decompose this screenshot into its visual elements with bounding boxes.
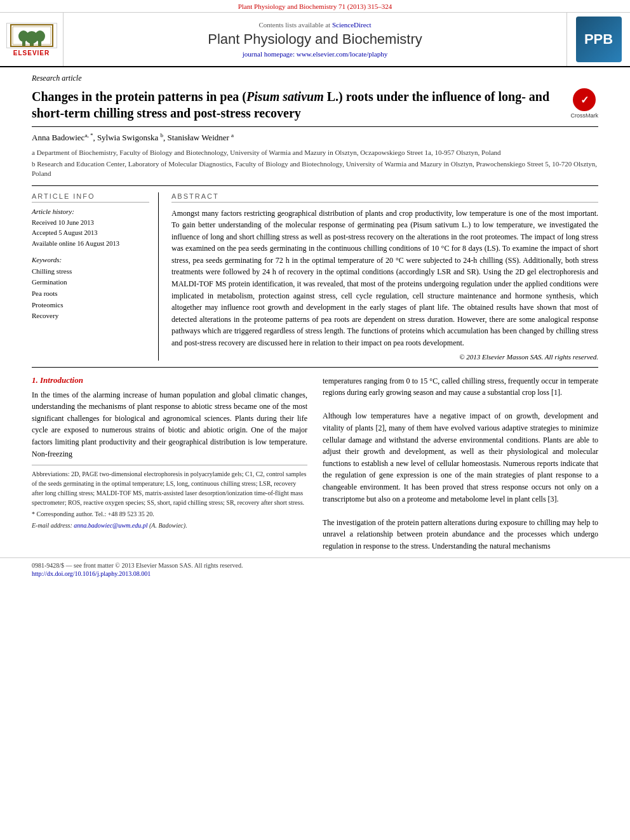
article-body: ARTICLE INFO Article history: Received 1… [32,186,598,368]
author1-sup: a, * [84,132,93,138]
intro-paragraph-1: In the times of the alarming increase of… [32,389,307,460]
title-part1: Changes in the protein patterns in pea ( [32,90,246,103]
crossmark-icon: ✓ [573,88,596,111]
elsevier-logo: ELSEVIER [6,23,57,57]
ppb-logo-area: PPB [566,13,630,66]
keyword-2: Germination [32,277,149,288]
abstract-copyright: © 2013 Elsevier Masson SAS. All rights r… [171,353,598,361]
article-history-label: Article history: [32,208,149,215]
article-title: Changes in the protein patterns in pea (… [32,88,564,121]
footer-doi: http://dx.doi.org/10.1016/j.plaphy.2013.… [32,570,598,577]
journal-title-area: Contents lists available at ScienceDirec… [64,13,566,66]
authors-line: Anna Badowieca, *, Sylwia Swigonska b, S… [32,132,598,143]
abbreviations-footnote: Abbreviations: 2D, PAGE two-dimensional … [32,469,307,507]
elsevier-tree-icon [6,23,57,48]
crossmark-label: CrossMark [570,112,598,119]
email-footnote: E-mail address: anna.badowiec@uwm.edu.pl… [32,521,307,530]
section-number: 1. [32,375,38,385]
keywords-label: Keywords: [32,256,149,263]
author3-sup: a [231,132,234,138]
abstract-text: Amongst many factors restricting geograp… [171,208,598,349]
intro-right-text: temperatures ranging from 0 to 15 °C, ca… [323,375,598,552]
corresponding-author-note: * Corresponding author. Tel.: +48 89 523… [32,509,307,519]
accepted-date: Accepted 5 August 2013 [32,228,149,239]
elsevier-logo-area: ELSEVIER [0,13,64,66]
authors-section: Anna Badowieca, *, Sylwia Swigonska b, S… [32,127,598,148]
keyword-1: Chilling stress [32,266,149,277]
article-info-title: ARTICLE INFO [32,192,149,203]
title-italic: Pisum sativum [246,90,324,103]
email-link[interactable]: anna.badowiec@uwm.edu.pl [74,522,147,529]
keyword-5: Recovery [32,310,149,322]
intro-right-column: temperatures ranging from 0 to 15 °C, ca… [323,375,598,557]
footer-issn: 0981-9428/$ — see front matter © 2013 El… [32,562,598,569]
page-footer: 0981-9428/$ — see front matter © 2013 El… [0,557,630,583]
svg-rect-4 [22,41,25,46]
article-info-column: ARTICLE INFO Article history: Received 1… [32,192,159,361]
intro-right-paragraph: temperatures ranging from 0 to 15 °C, ca… [323,375,598,552]
abstract-title: ABSTRACT [171,192,598,203]
keyword-3: Pea roots [32,288,149,300]
article-title-section: Changes in the protein patterns in pea (… [32,86,598,127]
journal-citation-text: Plant Physiology and Biochemistry 71 (20… [238,3,392,10]
email-suffix: (A. Badowiec). [147,522,187,529]
crossmark-badge[interactable]: ✓ CrossMark [570,88,598,119]
introduction-section: 1. Introduction In the times of the alar… [32,368,598,557]
article-type: Research article [32,67,598,86]
keyword-4: Proteomics [32,300,149,311]
received-date: Received 10 June 2013 [32,218,149,229]
article-abstract-column: ABSTRACT Amongst many factors restrictin… [171,192,598,361]
svg-point-2 [18,30,29,42]
author2-name: , Sylwia Swigonska [93,133,160,142]
email-label: E-mail address: [32,522,74,529]
affiliation-a: a Department of Biochemistry, Faculty of… [32,148,598,157]
journal-header: ELSEVIER Contents lists available at Sci… [0,13,630,67]
journal-homepage: journal homepage: www.elsevier.com/locat… [243,50,387,58]
elsevier-text: ELSEVIER [13,50,50,57]
available-date: Available online 16 August 2013 [32,239,149,250]
journal-citation-bar: Plant Physiology and Biochemistry 71 (20… [0,0,630,13]
intro-left-column: 1. Introduction In the times of the alar… [32,375,307,557]
footnotes-section: Abbreviations: 2D, PAGE two-dimensional … [32,465,307,535]
sciencedirect-line: Contents lists available at ScienceDirec… [258,21,371,29]
ppb-logo: PPB [576,17,622,62]
affiliation-b: b Research and Education Center, Laborat… [32,159,598,179]
author1-name: Anna Badowiec [32,133,84,142]
doi-link[interactable]: http://dx.doi.org/10.1016/j.plaphy.2013.… [32,570,151,577]
sciencedirect-link[interactable]: ScienceDirect [332,21,372,29]
keywords-section: Keywords: Chilling stress Germination Pe… [32,256,149,322]
svg-rect-5 [38,41,41,46]
main-content: Research article Changes in the protein … [0,67,630,557]
article-dates: Received 10 June 2013 Accepted 5 August … [32,218,149,250]
journal-title: Plant Physiology and Biochemistry [208,31,422,48]
section-heading: 1. Introduction [32,375,307,385]
author3-name: , Stanisław Weidner [163,133,231,142]
svg-point-3 [35,30,45,42]
section-title: Introduction [40,375,83,385]
intro-left-body: In the times of the alarming increase of… [32,390,307,458]
intro-left-text: In the times of the alarming increase of… [32,389,307,460]
journal-homepage-link[interactable]: journal homepage: www.elsevier.com/locat… [243,50,387,58]
affiliations-section: a Department of Biochemistry, Faculty of… [32,148,598,185]
